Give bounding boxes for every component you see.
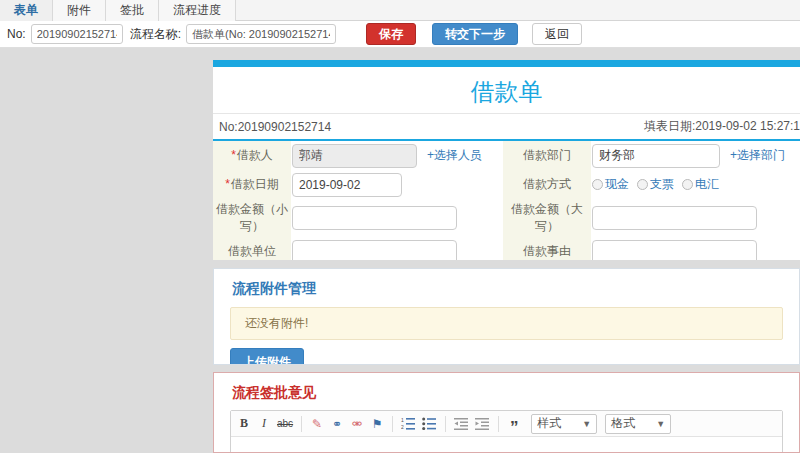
svg-text:1: 1 [401,417,404,423]
toolbar: No: 流程名称: 保存 转交下一步 返回 [0,21,800,48]
amount-lower-label: 借款金额（小写） [213,199,291,237]
attachments-heading: 流程附件管理 [214,269,799,307]
svg-text:2: 2 [401,424,404,430]
form-meta-row: No:20190902152714 填表日期:2019-09-02 15:27:… [213,113,800,139]
back-button[interactable]: 返回 [532,23,582,45]
required-mark: * [225,177,230,191]
loan-unit-input[interactable] [292,240,457,261]
flow-name-input[interactable] [186,24,336,44]
forward-next-step-button[interactable]: 转交下一步 [432,23,518,45]
form-date-text: 填表日期:2019-09-02 15:27:1 [644,118,800,135]
bold-icon[interactable]: B [235,414,253,434]
blockquote-icon[interactable]: ” [505,414,523,434]
toolbar-separator [445,416,446,432]
required-mark: * [231,148,236,162]
unlink-icon[interactable]: ⚮ [348,414,366,434]
editor-content-area[interactable] [231,437,782,453]
form-no-text: No:20190902152714 [219,120,331,134]
dept-input[interactable] [592,144,720,168]
tab-form[interactable]: 表单 [0,0,53,21]
style-dropdown[interactable]: 样式 ▼ [531,414,597,434]
loan-date-label: *借款日期 [213,170,291,199]
attachments-panel: 流程附件管理 还没有附件! 上传附件 [213,268,800,365]
loan-reason-label: 借款事由 [503,237,591,260]
outdent-icon[interactable] [452,414,471,434]
borrower-label: *借款人 [213,141,291,170]
radio-cheque[interactable]: 支票 [637,176,674,193]
loan-method-label: 借款方式 [503,170,591,199]
toolbar-separator [301,416,302,432]
no-attachments-message: 还没有附件! [230,307,783,340]
loan-unit-label: 借款单位 [213,237,291,260]
chevron-down-icon: ▼ [656,419,665,429]
bullet-list-icon[interactable] [420,414,439,434]
signoff-panel: 流程签批意见 B I abc ✎ ⚭ ⚮ ⚑ 12 [213,372,800,453]
loan-reason-input[interactable] [592,240,757,261]
amount-upper-label: 借款金额（大写） [503,199,591,237]
italic-icon[interactable]: I [255,414,273,434]
format-dropdown[interactable]: 格式 ▼ [605,414,671,434]
toolbar-separator [498,416,499,432]
tab-flow-progress[interactable]: 流程进度 [159,0,236,21]
anchor-flag-icon[interactable]: ⚑ [368,414,386,434]
radio-cash[interactable]: 现金 [592,176,629,193]
upload-attachment-button[interactable]: 上传附件 [230,348,304,365]
no-label: No: [7,27,26,41]
save-button[interactable]: 保存 [366,23,416,45]
no-input[interactable] [31,24,123,44]
form-title: 借款单 [213,67,800,113]
flow-name-label: 流程名称: [130,26,181,43]
numbered-list-icon[interactable]: 12 [399,414,418,434]
borrower-input[interactable] [292,144,417,168]
page: 表单 附件 签批 流程进度 No: 流程名称: 保存 转交下一步 返回 借款单 … [0,0,800,453]
tab-bar: 表单 附件 签批 流程进度 [0,0,800,21]
chevron-down-icon: ▼ [582,419,591,429]
radio-icon[interactable] [682,179,693,190]
loan-date-input[interactable] [292,173,402,197]
editor-toolbar: B I abc ✎ ⚭ ⚮ ⚑ 12 [231,411,782,437]
link-icon[interactable]: ⚭ [328,414,346,434]
dept-label: 借款部门 [503,141,591,170]
signoff-heading: 流程签批意见 [214,373,799,410]
amount-lower-input[interactable] [292,206,457,230]
select-person-link[interactable]: +选择人员 [427,147,482,164]
loan-form-grid: *借款人 +选择人员 借款部门 +选择部门 *借款日期 借款方式 [213,141,800,260]
toolbar-separator [392,416,393,432]
indent-icon[interactable] [473,414,492,434]
remove-format-icon[interactable]: ✎ [308,414,326,434]
tab-signoff[interactable]: 签批 [106,0,159,21]
loan-method-radios: 现金 支票 电汇 [592,176,719,193]
strikethrough-icon[interactable]: abc [275,414,295,434]
loan-form-panel: 借款单 No:20190902152714 填表日期:2019-09-02 15… [213,60,800,260]
select-dept-link[interactable]: +选择部门 [730,147,785,164]
rich-text-editor: B I abc ✎ ⚭ ⚮ ⚑ 12 [230,410,783,453]
panel-accent-bar [213,60,800,67]
amount-upper-input[interactable] [592,206,757,230]
radio-icon[interactable] [592,179,603,190]
tab-attachments[interactable]: 附件 [53,0,106,21]
radio-wire[interactable]: 电汇 [682,176,719,193]
radio-icon[interactable] [637,179,648,190]
